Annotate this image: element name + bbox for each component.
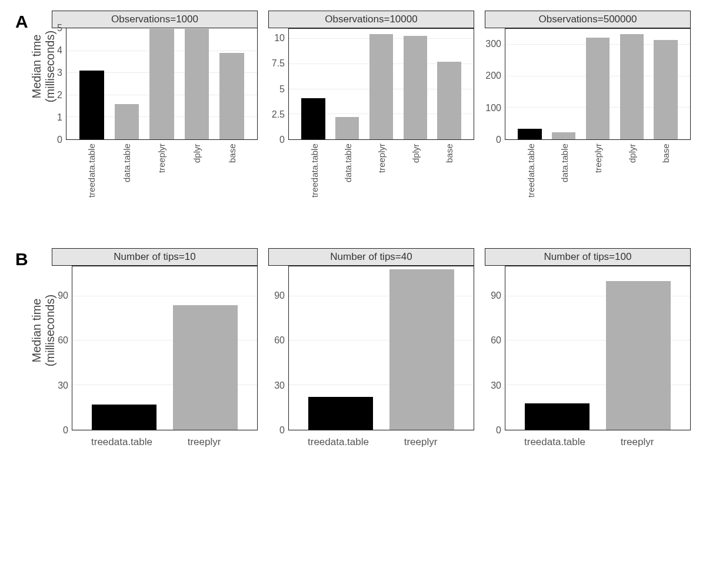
x-axis-ticks: treedata.tabledata.tabletreeplyrdplyrbas… xyxy=(289,140,474,214)
facet-b-1: Number of tips=10 0306090 treedata.table… xyxy=(52,248,258,448)
facet-b-2: Number of tips=40 0306090 treedata.table… xyxy=(268,248,474,448)
x-tick-label: treeplyr xyxy=(379,436,462,448)
bar-treeplyr xyxy=(369,34,393,139)
y-tick-label: 60 xyxy=(274,335,285,346)
bars xyxy=(289,266,474,430)
x-axis-ticks: treedata.tabletreeplyr xyxy=(68,430,258,448)
x-tick-label: dplyr xyxy=(411,143,421,214)
x-tick-label: treeplyr xyxy=(377,143,387,214)
bar-dplyr xyxy=(185,29,209,139)
x-tick-label: treedata.table xyxy=(86,143,96,214)
facet-strip: Number of tips=100 xyxy=(485,248,691,266)
y-tick-label: 90 xyxy=(58,290,68,301)
bar-treeplyr xyxy=(173,305,238,430)
plot-area xyxy=(505,28,691,140)
facet-strip: Observations=1000 xyxy=(52,11,258,28)
y-tick-label: 5 xyxy=(57,23,62,34)
panel-b: B Median time(milliseconds) Number of ti… xyxy=(15,248,691,448)
y-tick-label: 200 xyxy=(485,71,501,81)
facet-a-2: Observations=10000 02.557.510 treedata.t… xyxy=(268,11,474,214)
x-tick-label: data.table xyxy=(343,143,353,214)
bar-treeplyr xyxy=(606,281,671,430)
panel-b-facets: Number of tips=10 0306090 treedata.table… xyxy=(52,248,691,448)
bar-base xyxy=(437,62,461,139)
bar-treedata.table xyxy=(79,71,104,139)
bar-treedata.table xyxy=(308,397,374,430)
y-axis-ticks: 012345 xyxy=(52,28,66,140)
y-tick-label: 0 xyxy=(496,135,501,145)
plot-area xyxy=(288,28,474,140)
bars xyxy=(505,29,690,139)
bar-treeplyr xyxy=(389,269,455,430)
x-axis-ticks: treedata.tabledata.tabletreeplyrdplyrbas… xyxy=(506,140,691,214)
y-axis-ticks: 0306090 xyxy=(485,266,505,430)
y-tick-label: 3 xyxy=(57,68,62,78)
panel-label-b: B xyxy=(15,248,35,269)
x-axis-ticks: treedata.tabletreeplyr xyxy=(285,430,474,448)
bars xyxy=(66,29,257,139)
panel-label-a: A xyxy=(15,11,35,32)
bars xyxy=(289,29,474,139)
facet-b-3: Number of tips=100 0306090 treedata.tabl… xyxy=(485,248,691,448)
x-tick-label: treeplyr xyxy=(156,143,166,214)
y-tick-label: 0 xyxy=(496,425,501,436)
x-tick-label: treedata.table xyxy=(526,143,536,214)
plot-area xyxy=(72,266,258,430)
x-tick-label: dplyr xyxy=(627,143,637,214)
bar-treedata.table xyxy=(92,405,157,430)
x-tick-label: treedata.table xyxy=(309,143,319,214)
y-tick-label: 4 xyxy=(57,45,62,56)
bar-treedata.table xyxy=(525,403,590,430)
facet-strip: Number of tips=10 xyxy=(52,248,258,266)
bar-data.table xyxy=(115,104,139,139)
y-tick-label: 0 xyxy=(57,135,62,145)
x-tick-label: data.table xyxy=(560,143,570,214)
x-tick-label: base xyxy=(444,143,454,214)
bar-treeplyr xyxy=(586,38,610,139)
bar-dplyr xyxy=(404,36,427,139)
y-tick-label: 5 xyxy=(279,84,285,95)
y-tick-label: 7.5 xyxy=(272,58,285,69)
y-tick-label: 1 xyxy=(57,112,62,123)
bars xyxy=(505,266,690,430)
facet-strip: Number of tips=40 xyxy=(268,248,474,266)
x-tick-label: treeplyr xyxy=(593,143,603,214)
x-tick-label: treedata.table xyxy=(514,436,596,448)
y-axis-ticks: 02.557.510 xyxy=(268,28,288,140)
bar-treeplyr xyxy=(149,29,174,139)
y-axis-ticks: 0306090 xyxy=(52,266,72,430)
x-tick-label: treeplyr xyxy=(163,436,245,448)
y-tick-label: 100 xyxy=(485,103,501,113)
y-tick-label: 90 xyxy=(491,290,501,301)
x-tick-label: treedata.table xyxy=(81,436,163,448)
plot-area xyxy=(288,266,474,430)
panel-a: A Median time(milliseconds) Observations… xyxy=(15,11,691,214)
facet-strip: Observations=10000 xyxy=(268,11,474,28)
y-tick-label: 30 xyxy=(58,380,68,391)
bar-treedata.table xyxy=(518,129,541,139)
y-tick-label: 30 xyxy=(274,380,285,391)
y-tick-label: 90 xyxy=(274,290,285,301)
bar-data.table xyxy=(552,132,575,139)
bar-base xyxy=(219,53,244,139)
facet-a-3: Observations=500000 0100200300 treedata.… xyxy=(485,11,691,214)
y-axis-ticks: 0306090 xyxy=(268,266,288,430)
x-tick-label: data.table xyxy=(122,143,132,214)
x-tick-label: base xyxy=(227,143,237,214)
y-tick-label: 60 xyxy=(58,335,68,346)
x-axis-ticks: treedata.tabledata.tabletreeplyrdplyrbas… xyxy=(66,140,258,214)
y-tick-label: 0 xyxy=(279,135,285,145)
y-axis-ticks: 0100200300 xyxy=(485,28,505,140)
y-tick-label: 0 xyxy=(63,425,68,436)
plot-area xyxy=(505,266,691,430)
x-tick-label: base xyxy=(661,143,671,214)
bars xyxy=(72,266,257,430)
x-tick-label: treeplyr xyxy=(596,436,678,448)
x-tick-label: dplyr xyxy=(192,143,202,214)
bar-treedata.table xyxy=(301,98,325,139)
y-tick-label: 2 xyxy=(57,90,62,101)
bar-base xyxy=(654,40,677,139)
facet-strip: Observations=500000 xyxy=(485,11,691,28)
y-tick-label: 60 xyxy=(491,335,501,346)
facet-a-1: Observations=1000 012345 treedata.tabled… xyxy=(52,11,258,214)
